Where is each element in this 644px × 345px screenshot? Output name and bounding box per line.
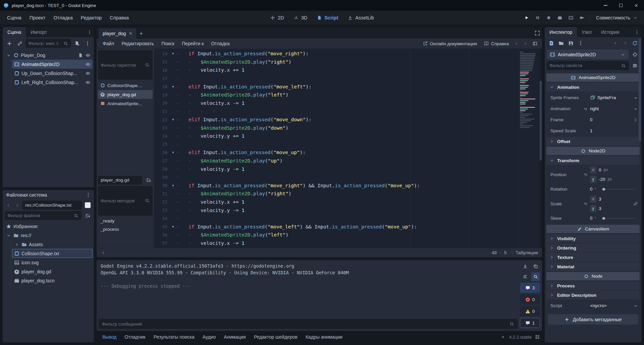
code-line-31[interactable]: 31»»$AnimatedSprite2D.play("right") <box>154 190 542 198</box>
vector-row-x[interactable]: x0px <box>590 166 638 174</box>
code-line-19[interactable]: 19»»$AnimatedSprite2D.play("left") <box>154 91 542 99</box>
link-item[interactable]: Онлайн документация <box>420 41 480 46</box>
chevR-icon[interactable] <box>14 242 19 247</box>
code-line-30[interactable]: 30▼»if Input.is_action_pressed("move_rig… <box>154 182 542 190</box>
toggle-scripts-panel-button[interactable] <box>530 39 539 48</box>
resource-extra-button[interactable] <box>576 39 585 48</box>
property-tools-button[interactable] <box>630 61 639 70</box>
method-_process[interactable]: _process <box>98 225 153 233</box>
output-toggle-errors[interactable]: 0 <box>520 294 540 304</box>
indent-type[interactable]: Табуляция <box>516 250 538 255</box>
revert-icon[interactable] <box>583 201 588 206</box>
file-res[interactable]: res:// <box>4 231 93 240</box>
bottom-tab-item[interactable]: Кадры анимации <box>302 333 346 341</box>
fold-toggle[interactable]: ▼ <box>170 225 176 228</box>
code-line-24[interactable]: 24»»velocity.y += 1 <box>154 132 542 140</box>
code-line-25[interactable]: 25» <box>154 140 542 149</box>
renderer-dropdown[interactable]: Совместимость <box>593 14 641 22</box>
inspector-category-animation[interactable]: Animation <box>546 83 640 91</box>
toggle-split-mode-button[interactable] <box>85 202 91 208</box>
code-editor[interactable]: 14▼»if Input.is_action_pressed("move_rig… <box>154 49 542 248</box>
ctx-2d[interactable]: 2D <box>267 13 287 22</box>
ctx-3d[interactable]: 3D <box>290 13 311 22</box>
save-resource-button[interactable] <box>566 39 575 48</box>
scene-node-animatedsprite2d[interactable]: AnimatedSprite2D <box>12 60 93 69</box>
menu-item[interactable]: Сцена <box>3 13 25 22</box>
code-line-28[interactable]: 28»»velocity.y -= 1 <box>154 165 542 173</box>
attach-script-button[interactable] <box>72 39 82 48</box>
minimize-button[interactable] <box>598 0 613 11</box>
code-line-32[interactable]: 32»»velocity.x += 1 <box>154 198 542 206</box>
code-line-26[interactable]: 26▼»elif Input.is_action_pressed("move_u… <box>154 148 542 157</box>
expand-bottom-panel-icon[interactable] <box>535 334 540 340</box>
scene-tree-menu-button[interactable] <box>83 39 92 48</box>
collapse-duplicates-button[interactable] <box>521 272 530 281</box>
page-icon[interactable] <box>78 53 83 58</box>
scene-node-player_dog[interactable]: Player_Dog <box>4 51 93 60</box>
inspector-category-ordering[interactable]: Ordering <box>546 244 640 252</box>
slider-knob[interactable] <box>602 188 605 191</box>
fold-toggle[interactable]: ▼ <box>170 52 176 55</box>
script-menu-item[interactable]: Файл <box>99 39 117 48</box>
copy-log-button[interactable] <box>531 262 540 271</box>
inspector-category-editor-description[interactable]: Editor Description <box>546 291 640 299</box>
file-collisionshape-txt[interactable]: CollisionShape.txt <box>12 249 93 258</box>
scrollbar-thumb[interactable] <box>639 39 641 141</box>
fold-toggle[interactable]: ▼ <box>170 118 176 121</box>
menu-item[interactable]: Проект <box>26 13 49 22</box>
scene-tab-item[interactable]: Сцена <box>3 27 26 37</box>
file-player_dog-gd[interactable]: player_dog.gd <box>12 267 93 276</box>
methods-filter-input[interactable] <box>101 198 143 203</box>
code-scrollbar[interactable] <box>539 49 542 248</box>
bottom-tab-item[interactable]: Редактор шейдеров <box>250 333 301 341</box>
code-line-36[interactable]: 36»»$AnimatedSprite2D.play("left") <box>154 231 542 239</box>
save-log-button[interactable] <box>521 262 530 271</box>
inspector-category-process[interactable]: Process <box>546 281 640 290</box>
menu-item[interactable]: Справка <box>106 13 132 22</box>
menu-item[interactable]: Отладка <box>50 13 76 22</box>
add-node-button[interactable] <box>5 39 14 48</box>
code-line-34[interactable]: 34» <box>154 214 542 223</box>
minimap[interactable] <box>518 49 539 248</box>
scene-node-up_down_collisionshap[interactable]: Up_Down_CollisionShap... <box>12 69 93 78</box>
bottom-tab-item[interactable]: Результаты поиска <box>150 333 198 341</box>
inspector-tab-item[interactable]: Узел <box>577 27 596 37</box>
script-menu-item[interactable]: Поиск <box>158 39 178 48</box>
movie-maker-button[interactable] <box>577 13 587 23</box>
load-resource-button[interactable] <box>556 39 566 48</box>
open-script-player_dog-gd[interactable]: player_dog.gd <box>98 90 153 99</box>
play-scene-button[interactable] <box>555 13 565 23</box>
editor-forward-button[interactable] <box>522 40 529 47</box>
new-tab-button[interactable] <box>136 28 146 39</box>
inspector-category-visibility[interactable]: Visibility <box>546 234 640 243</box>
history-back-button[interactable] <box>611 39 620 48</box>
open-docs-button[interactable] <box>630 39 639 48</box>
updown-icon[interactable] <box>633 117 638 123</box>
distraction-free-button[interactable] <box>535 30 540 37</box>
revert-icon[interactable] <box>583 172 588 177</box>
output-toggle-messages[interactable]: 3 <box>520 283 540 293</box>
inspector-category-transform[interactable]: Transform <box>546 156 640 165</box>
scene-tab-item[interactable]: Импорт <box>26 27 52 37</box>
scroll-left-icon[interactable] <box>101 250 106 256</box>
play-custom-scene-button[interactable] <box>566 13 576 23</box>
file-filter-input[interactable] <box>7 213 71 218</box>
script-menu-item[interactable]: Отладка <box>208 39 233 48</box>
editor-back-button[interactable] <box>513 40 520 47</box>
filesystem-menu-button[interactable] <box>84 192 93 198</box>
file-icon-svg[interactable]: icon.svg <box>12 258 93 267</box>
close-tab-icon[interactable]: ✕ <box>129 31 132 36</box>
slider-knob[interactable] <box>602 217 605 220</box>
code-line-33[interactable]: 33»»velocity.y -= 1 <box>154 206 542 214</box>
vector-row-y[interactable]: y3 <box>590 204 630 212</box>
node-selector[interactable]: AnimatedSprite2D <box>547 50 629 59</box>
scene-tab-menu-button[interactable] <box>85 29 94 35</box>
script-tab-player-dog[interactable]: player_dog ✕ <box>99 28 136 39</box>
breadcrumb[interactable]: res://CollisionShape.txt <box>22 201 82 210</box>
output-toggle-warnings[interactable]: 0 <box>520 306 540 316</box>
scripts-filter-input[interactable] <box>101 63 143 68</box>
open-script-collisionshape[interactable]: CollisionShape.... <box>98 81 153 90</box>
inspector-scrollbar[interactable] <box>639 39 641 340</box>
open-script-animatedsprite[interactable]: AnimatedSprite... <box>98 99 153 108</box>
eye-icon[interactable] <box>85 53 91 58</box>
